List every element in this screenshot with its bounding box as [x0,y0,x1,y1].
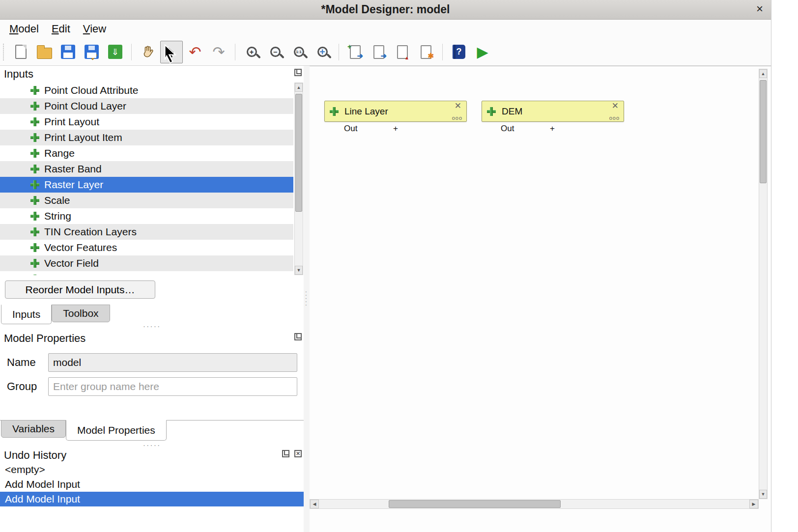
group-label: Group [0,380,47,393]
tab-model-properties[interactable]: Model Properties [66,420,167,441]
zoom-full-button[interactable]: ✛ [311,41,334,63]
export-dxf-icon: ➜ [373,45,384,59]
scroll-right-icon[interactable]: ▶ [749,500,758,508]
add-input-icon [30,165,39,173]
model-node-dem[interactable]: DEM ✕ ooo [482,101,624,122]
new-model-button[interactable] [9,41,32,63]
input-type-print-layout-item[interactable]: Print Layout Item [0,130,293,145]
input-type-range[interactable]: Range [0,145,293,161]
undo-step-empty[interactable]: <empty> [0,462,304,477]
input-type-raster-layer[interactable]: Raster Layer [0,177,293,193]
save-model-in-project-button[interactable] [104,41,126,63]
tab-variables[interactable]: Variables [1,420,66,438]
toolbar: ↶ ↷ + − 1:1 ✛ +➜ ➜ ▲ ✱ ? ▶ [0,38,771,66]
zoom-in-icon: + [247,47,257,57]
undo-step-add-model-input[interactable]: Add Model Input [0,477,304,492]
canvas-vertical-scrollbar[interactable]: ▲ ▼ [759,69,768,499]
export-dxf-button[interactable]: ➜ [368,41,390,63]
tab-inputs[interactable]: Inputs [1,305,52,324]
add-input-icon [30,227,39,236]
node-out-label: Out [344,124,357,134]
scroll-down-icon[interactable]: ▼ [759,490,767,499]
dock-canvas-splitter[interactable]: ····· [304,66,310,532]
save-model-as-button[interactable] [80,41,103,63]
inputs-list: Point Cloud Attribute Point Cloud Layer … [0,83,304,275]
node-expand-toggle[interactable]: + [393,124,398,134]
open-model-button[interactable] [33,41,56,63]
scrollbar-thumb[interactable] [295,94,302,212]
input-type-vector-layer[interactable]: Vector Layer [0,271,293,275]
remove-node-icon[interactable]: ✕ [455,102,461,111]
select-tool-button[interactable] [160,41,183,63]
parameter-icon [487,107,496,116]
window-close-button[interactable]: × [756,2,763,16]
input-type-label: Point Cloud Layer [44,100,126,112]
undo-button[interactable]: ↶ [184,41,206,63]
pan-tool-button[interactable] [137,41,159,63]
float-panel-icon[interactable] [294,69,302,76]
menu-view[interactable]: View [77,21,113,37]
model-properties-title: Model Properties [4,332,86,345]
save-icon [61,45,75,59]
input-type-label: Scale [44,195,70,206]
node-comment-dots-icon[interactable]: ooo [609,115,620,121]
zoom-in-button[interactable]: + [240,41,263,63]
undo-history-title: Undo History [4,449,66,462]
redo-button[interactable]: ↷ [207,41,230,63]
group-row: Group [0,377,304,396]
input-type-raster-band[interactable]: Raster Band [0,161,293,177]
node-expand-toggle[interactable]: + [550,124,555,134]
window-title: *Model Designer: model [321,3,450,16]
export-script-icon: ✱ [421,45,431,59]
export-image-button[interactable]: +➜ [344,41,367,63]
panel-splitter-handle[interactable]: ····· [0,443,304,448]
float-panel-icon[interactable] [282,450,289,457]
help-button[interactable]: ? [448,41,470,63]
input-type-vector-field[interactable]: Vector Field [0,255,293,271]
close-panel-icon[interactable]: ✕ [294,450,302,457]
undo-history-list: <empty> Add Model Input Add Model Input [0,462,304,506]
scroll-up-icon[interactable]: ▲ [759,69,767,78]
model-group-input[interactable] [48,377,297,396]
panel-splitter-handle[interactable]: ····· [0,324,304,329]
model-canvas[interactable] [310,66,771,532]
input-type-print-layout[interactable]: Print Layout [0,114,293,130]
node-comment-dots-icon[interactable]: ooo [452,115,462,121]
export-script-button[interactable]: ✱ [415,41,437,63]
model-node-line-layer[interactable]: Line Layer ✕ ooo [324,101,467,122]
scroll-down-icon[interactable]: ▼ [295,266,303,275]
run-model-button[interactable]: ▶ [471,41,494,63]
scroll-left-icon[interactable]: ◀ [310,500,319,508]
zoom-actual-button[interactable]: 1:1 [287,41,310,63]
scrollbar-thumb[interactable] [760,80,767,183]
undo-step-add-model-input-current[interactable]: Add Model Input [0,492,304,506]
input-type-tin-creation-layers[interactable]: TIN Creation Layers [0,224,293,240]
remove-node-icon[interactable]: ✕ [612,102,619,111]
input-type-point-cloud-layer[interactable]: Point Cloud Layer [0,98,293,114]
reorder-model-inputs-button[interactable]: Reorder Model Inputs… [5,280,155,299]
tab-toolbox[interactable]: Toolbox [52,305,110,322]
float-panel-icon[interactable] [294,333,302,340]
export-pdf-button[interactable]: ▲ [391,41,414,63]
input-type-point-cloud-attribute[interactable]: Point Cloud Attribute [0,83,293,98]
zoom-out-button[interactable]: − [264,41,286,63]
canvas-horizontal-scrollbar[interactable]: ◀ ▶ [310,499,759,509]
toolbar-handle[interactable] [3,44,6,60]
undo-history-header: Undo History ✕ [0,448,304,463]
pan-hand-icon [141,45,155,59]
model-name-input[interactable] [48,353,297,372]
input-type-vector-features[interactable]: Vector Features [0,240,293,255]
zoom-full-icon: ✛ [317,47,328,57]
scrollbar-thumb[interactable] [389,500,561,508]
add-input-icon [30,212,39,221]
menu-model[interactable]: Model [3,21,45,37]
zoom-actual-icon: 1:1 [294,47,304,57]
input-type-scale[interactable]: Scale [0,193,293,208]
menu-edit[interactable]: Edit [45,21,77,37]
model-properties-header: Model Properties [0,331,304,346]
inputs-list-scrollbar[interactable]: ▲ ▼ [294,83,303,275]
scroll-up-icon[interactable]: ▲ [295,83,303,92]
input-type-string[interactable]: String [0,208,293,224]
toolbar-separator [339,44,339,60]
save-model-button[interactable] [57,41,79,63]
